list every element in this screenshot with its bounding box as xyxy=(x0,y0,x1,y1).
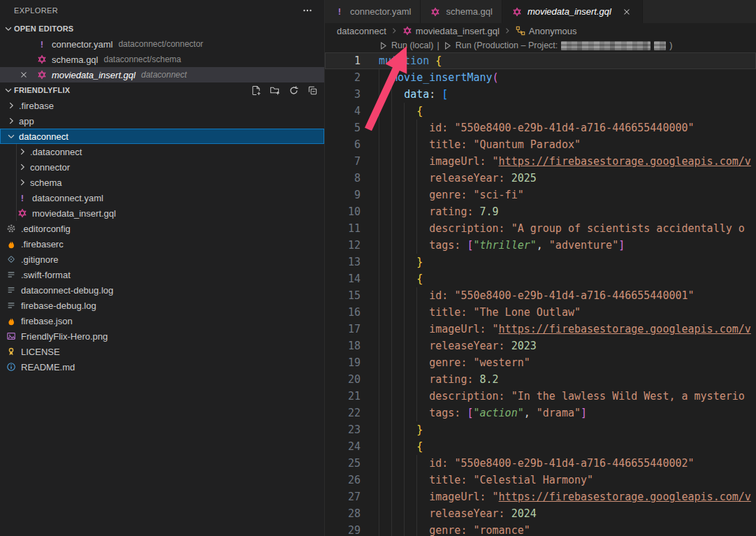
code-line-29[interactable]: 29 genre: "romance" xyxy=(325,522,756,536)
tree-item-LICENSE[interactable]: LICENSE xyxy=(0,344,324,359)
line-content: imageUrl: "https://firebasestorage.googl… xyxy=(379,321,756,338)
run-production-link[interactable]: Run (Production – Project: xyxy=(456,41,558,50)
close-icon[interactable] xyxy=(18,69,29,80)
chevron-right-icon xyxy=(6,100,17,111)
code-line-25[interactable]: 25 id: "550e8400-e29b-41d4-a716-44665544… xyxy=(325,455,756,472)
code-line-6[interactable]: 6 title: "Quantum Paradox" xyxy=(325,136,756,153)
tab-schema.gql[interactable]: schema.gql xyxy=(421,0,502,23)
file-label: .gitignore xyxy=(21,254,58,265)
code-line-11[interactable]: 11 description: "A group of scientists a… xyxy=(325,220,756,237)
code-line-26[interactable]: 26 title: "Celestial Harmony" xyxy=(325,472,756,488)
code-line-12[interactable]: 12 tags: ["thriller", "adventure"] xyxy=(325,237,756,254)
line-content: title: "Celestial Harmony" xyxy=(379,472,756,488)
open-editor-description: dataconnect/connector xyxy=(118,39,203,49)
line-number: 29 xyxy=(325,522,361,536)
file-label: FriendlyFlix-Hero.png xyxy=(21,331,108,342)
code-editor[interactable]: Run (local) | Run (Production – Project:… xyxy=(325,38,756,536)
line-content: genre: "western" xyxy=(379,354,756,371)
tree-item-dataconnect-debug.log[interactable]: dataconnect-debug.log xyxy=(0,282,324,298)
code-line-28[interactable]: 28 releaseYear: 2024 xyxy=(325,505,756,522)
tree-item-moviedata_insert.gql[interactable]: moviedata_insert.gql xyxy=(0,205,324,221)
code-line-2[interactable]: 2 movie_insertMany( xyxy=(325,69,756,86)
new-folder-icon[interactable] xyxy=(268,84,281,96)
code-line-24[interactable]: 24 { xyxy=(325,438,756,455)
line-number: 5 xyxy=(325,119,361,136)
project-section-header[interactable]: FRIENDLYFLIX xyxy=(0,82,324,98)
breadcrumb-item-Anonymous[interactable]: Anonymous xyxy=(515,25,577,36)
line-number: 22 xyxy=(325,405,361,421)
yaml-icon: ! xyxy=(17,192,28,203)
open-editor-connector.yaml[interactable]: !connector.yamldataconnect/connector xyxy=(0,36,324,52)
file-label: .swift-format xyxy=(21,270,71,280)
code-line-4[interactable]: 4 { xyxy=(325,103,756,119)
tree-item-connector[interactable]: connector xyxy=(0,159,324,175)
code-line-1[interactable]: 1mutation { xyxy=(325,52,756,69)
line-content: id: "550e8400-e29b-41d4-a716-44665544000… xyxy=(379,287,756,304)
more-actions-icon[interactable] xyxy=(300,3,314,17)
line-content: title: "The Lone Outlaw" xyxy=(379,304,756,321)
tree-item-app[interactable]: app xyxy=(0,113,324,129)
code-line-3[interactable]: 3 data: [ xyxy=(325,86,756,103)
code-line-14[interactable]: 14 { xyxy=(325,270,756,287)
file-label: moviedata_insert.gql xyxy=(32,208,116,219)
code-line-23[interactable]: 23 } xyxy=(325,421,756,438)
breadcrumb-item-dataconnect[interactable]: dataconnect xyxy=(337,26,386,36)
code-line-22[interactable]: 22 tags: ["action", "drama"] xyxy=(325,405,756,421)
chevron-right-icon xyxy=(17,177,28,188)
tree-item-.swift-format[interactable]: .swift-format xyxy=(0,267,324,282)
line-number: 14 xyxy=(325,270,361,287)
graphql-icon xyxy=(36,54,48,65)
chevron-down-icon xyxy=(3,85,14,96)
redacted-project-name xyxy=(654,41,666,50)
open-editor-schema.gql[interactable]: schema.gqldataconnect/schema xyxy=(0,52,324,67)
code-line-8[interactable]: 8 releaseYear: 2025 xyxy=(325,170,756,187)
code-line-27[interactable]: 27 imageUrl: "https://firebasestorage.go… xyxy=(325,488,756,505)
line-number: 21 xyxy=(325,388,361,405)
breadcrumb-item-moviedata_insert.gql[interactable]: moviedata_insert.gql xyxy=(402,25,500,36)
tree-item-.firebaserc[interactable]: .firebaserc xyxy=(0,236,324,252)
file-label: dataconnect.yaml xyxy=(32,193,103,203)
play-icon xyxy=(379,41,388,50)
code-line-15[interactable]: 15 id: "550e8400-e29b-41d4-a716-44665544… xyxy=(325,287,756,304)
collapse-all-icon[interactable] xyxy=(306,84,319,96)
code-line-19[interactable]: 19 genre: "western" xyxy=(325,354,756,371)
tab-close-icon[interactable] xyxy=(620,6,633,18)
code-line-10[interactable]: 10 rating: 7.9 xyxy=(325,203,756,220)
codelens-suffix: ) xyxy=(669,41,672,50)
tree-item-FriendlyFlix-Hero.png[interactable]: FriendlyFlix-Hero.png xyxy=(0,328,324,344)
tree-item-README.md[interactable]: README.md xyxy=(0,359,324,375)
code-line-21[interactable]: 21 description: "In the lawless Wild Wes… xyxy=(325,388,756,405)
tab-connector.yaml[interactable]: !connector.yaml xyxy=(325,0,421,23)
tree-item-.firebase[interactable]: .firebase xyxy=(0,98,324,113)
code-line-20[interactable]: 20 rating: 8.2 xyxy=(325,371,756,388)
line-number: 1 xyxy=(325,52,361,69)
code-line-17[interactable]: 17 imageUrl: "https://firebasestorage.go… xyxy=(325,321,756,338)
breadcrumb-label: Anonymous xyxy=(529,26,577,36)
open-editor-description: dataconnect xyxy=(141,70,187,80)
tree-item-schema[interactable]: schema xyxy=(0,175,324,190)
line-number: 15 xyxy=(325,287,361,304)
line-content: tags: ["action", "drama"] xyxy=(379,405,756,421)
yaml-icon: ! xyxy=(36,38,48,50)
tree-item-.editorconfig[interactable]: .editorconfig xyxy=(0,221,324,236)
code-line-16[interactable]: 16 title: "The Lone Outlaw" xyxy=(325,304,756,321)
tree-item-.dataconnect[interactable]: .dataconnect xyxy=(0,144,324,159)
code-line-18[interactable]: 18 releaseYear: 2023 xyxy=(325,338,756,354)
code-line-7[interactable]: 7 imageUrl: "https://firebasestorage.goo… xyxy=(325,153,756,170)
git-icon xyxy=(6,254,17,265)
tree-item-dataconnect[interactable]: dataconnect xyxy=(0,129,324,144)
new-file-icon[interactable] xyxy=(249,84,262,96)
run-local-link[interactable]: Run (local) xyxy=(391,41,433,50)
tree-item-dataconnect.yaml[interactable]: !dataconnect.yaml xyxy=(0,190,324,205)
tree-item-firebase.json[interactable]: firebase.json xyxy=(0,313,324,328)
code-line-13[interactable]: 13 } xyxy=(325,254,756,270)
tree-item-firebase-debug.log[interactable]: firebase-debug.log xyxy=(0,298,324,313)
line-number: 3 xyxy=(325,86,361,103)
open-editors-header[interactable]: OPEN EDITORS xyxy=(0,21,324,36)
tree-item-.gitignore[interactable]: .gitignore xyxy=(0,252,324,267)
code-line-5[interactable]: 5 id: "550e8400-e29b-41d4-a716-446655440… xyxy=(325,119,756,136)
tab-moviedata_insert.gql[interactable]: moviedata_insert.gql xyxy=(502,0,643,23)
code-line-9[interactable]: 9 genre: "sci-fi" xyxy=(325,187,756,203)
refresh-icon[interactable] xyxy=(287,84,300,96)
open-editor-moviedata_insert.gql[interactable]: moviedata_insert.gqldataconnect xyxy=(0,67,324,82)
